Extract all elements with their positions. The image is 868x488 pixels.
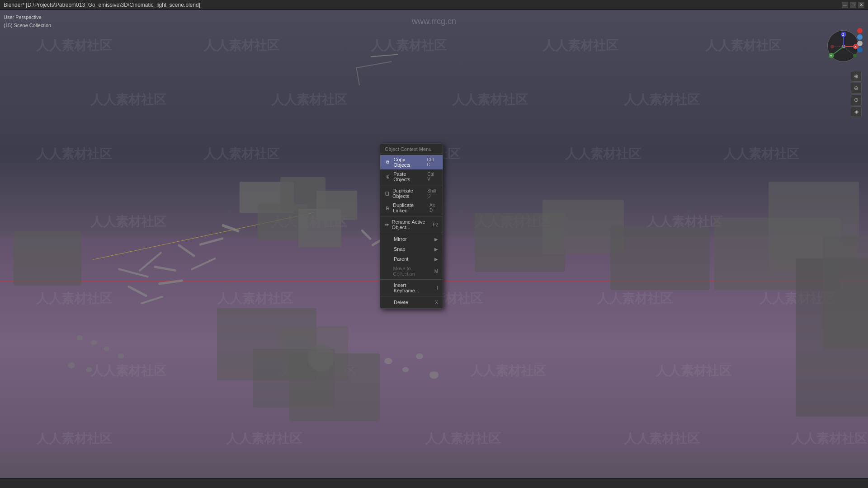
blue-dot [857, 34, 863, 40]
menu-item-dup-linked[interactable]: ⎘ Duplicate Linked Alt D [380, 201, 443, 215]
keyframe-shortcut: I [437, 286, 438, 291]
copy-label: Copy Objects [394, 157, 423, 168]
svg-point-11 [830, 45, 834, 48]
paste-shortcut: Ctrl V [427, 172, 438, 182]
dark-blue-dot [857, 47, 863, 52]
dup-linked-icon: ⎘ [385, 205, 390, 211]
close-button[interactable]: ✕ [858, 2, 864, 8]
copy-icon: ⧉ [385, 159, 391, 165]
menu-item-rename[interactable]: ✏ Rename Active Object... F2 [380, 217, 443, 232]
parent-arrow: ▶ [434, 257, 438, 262]
move-collection-shortcut: M [434, 269, 438, 274]
viewport-info: User Perspective (15) Scene Collection [4, 14, 51, 29]
context-menu-title: Object Context Menu [380, 145, 443, 154]
menu-item-copy[interactable]: ⧉ Copy Objects Ctrl C [380, 155, 443, 169]
copy-shortcut: Ctrl C [427, 157, 438, 167]
sep-5 [380, 296, 443, 296]
delete-shortcut: X [435, 300, 438, 305]
maximize-button[interactable]: □ [850, 2, 856, 8]
svg-text:Y: Y [830, 54, 832, 57]
sep-3 [380, 233, 443, 233]
svg-text:Z: Z [842, 33, 844, 36]
tool-btn-3[interactable]: ⊙ [851, 94, 862, 105]
duplicate-shortcut: Shift D [427, 188, 438, 198]
rename-label: Rename Active Object... [392, 219, 429, 230]
gizmo-circle: X Y Z [827, 30, 859, 62]
right-tools: ⊕ ⊖ ⊙ ◈ [851, 71, 862, 117]
rename-shortcut: F2 [433, 222, 438, 227]
menu-item-delete[interactable]: Delete X [380, 297, 443, 307]
mirror-icon [385, 236, 391, 242]
keyframe-icon [385, 285, 391, 291]
keyframe-label: Insert Keyframe... [394, 282, 432, 293]
sep-2 [380, 216, 443, 216]
color-dots-area [857, 28, 863, 52]
snap-arrow: ▶ [434, 247, 438, 252]
title-bar-controls[interactable]: — □ ✕ [842, 2, 864, 8]
mirror-label: Mirror [394, 236, 407, 242]
context-menu: Object Context Menu ⧉ Copy Objects Ctrl … [380, 143, 443, 309]
move-collection-icon [385, 268, 391, 274]
svg-line-12 [844, 47, 855, 56]
move-collection-label: Move to Collection [393, 266, 430, 277]
sep-4 [380, 279, 443, 280]
menu-item-keyframe[interactable]: Insert Keyframe... I [380, 281, 443, 295]
menu-item-paste[interactable]: ⎗ Paste Objects Ctrl V [380, 169, 443, 184]
svg-text:X: X [854, 45, 857, 48]
paste-icon: ⎗ [385, 174, 391, 180]
gizmo-svg: X Y Z [828, 31, 859, 62]
paste-label: Paste Objects [393, 171, 423, 182]
svg-point-13 [853, 54, 857, 57]
mirror-arrow: ▶ [434, 237, 438, 242]
delete-icon [385, 299, 391, 305]
title-bar: Blender* [D:\Projects\Patreon\013_Go_emi… [0, 0, 868, 10]
perspective-label: User Perspective [4, 14, 51, 22]
parent-icon [385, 256, 391, 262]
red-dot [857, 28, 863, 33]
tool-btn-2[interactable]: ⊖ [851, 83, 862, 94]
bottom-bar [0, 478, 868, 488]
sep-1 [380, 185, 443, 185]
menu-item-parent[interactable]: Parent ▶ [380, 254, 443, 264]
duplicate-label: Duplicate Objects [392, 188, 423, 199]
viewport: www.rrcg.cn 人人素材社区 人人素材社区 人人素材社区 人人素材社区 … [0, 10, 868, 488]
gray-dot [857, 41, 863, 46]
snap-label: Snap [394, 246, 406, 252]
snap-icon [385, 246, 391, 252]
rename-icon: ✏ [385, 221, 389, 228]
tool-btn-4[interactable]: ◈ [851, 106, 862, 117]
duplicate-icon: ❏ [385, 190, 390, 197]
minimize-button[interactable]: — [842, 2, 848, 8]
menu-item-mirror[interactable]: Mirror ▶ [380, 234, 443, 244]
menu-item-snap[interactable]: Snap ▶ [380, 244, 443, 254]
title-bar-title: Blender* [D:\Projects\Patreon\013_Go_emi… [4, 2, 200, 8]
dup-linked-shortcut: Alt D [429, 203, 438, 213]
tool-btn-1[interactable]: ⊕ [851, 71, 862, 82]
collection-label: (15) Scene Collection [4, 22, 51, 30]
menu-item-duplicate[interactable]: ❏ Duplicate Objects Shift D [380, 186, 443, 201]
menu-item-move-collection[interactable]: Move to Collection M [380, 264, 443, 278]
delete-label: Delete [394, 300, 408, 305]
parent-label: Parent [394, 256, 408, 262]
dup-linked-label: Duplicate Linked [393, 202, 425, 213]
